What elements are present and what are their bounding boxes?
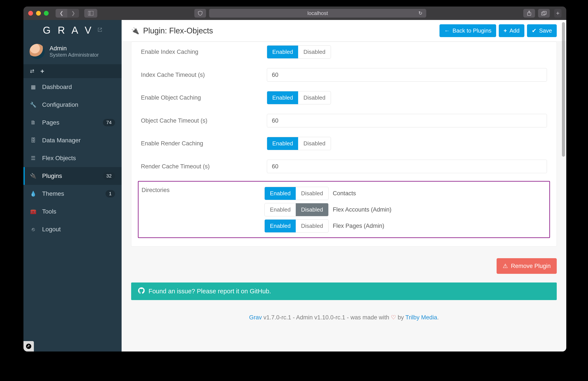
- grid-icon: ▦: [30, 84, 37, 90]
- toggle-directory-accounts[interactable]: Enabled Disabled: [264, 203, 329, 216]
- profile[interactable]: Admin System Administrator: [23, 40, 122, 64]
- shield-icon: [198, 11, 203, 16]
- sidebar-item-flex-objects[interactable]: ☰ Flex Objects: [23, 149, 122, 167]
- nav-label: Configuration: [42, 101, 78, 108]
- btn-label: Save: [539, 27, 552, 34]
- toggle-on[interactable]: Enabled: [267, 46, 298, 58]
- sidebar-item-configuration[interactable]: 🔧 Configuration: [23, 96, 122, 114]
- footer-versions: v1.7.0-rc.1 - Admin v1.10.0-rc.1 - was m…: [262, 314, 391, 321]
- toggle-on[interactable]: Enabled: [267, 137, 298, 150]
- user-role: System Administrator: [49, 52, 99, 58]
- shuffle-icon[interactable]: ⇄: [30, 68, 34, 74]
- add-button[interactable]: + Add: [499, 24, 524, 37]
- toggle-directory-contacts[interactable]: Enabled Disabled: [264, 187, 329, 200]
- show-sidebar-button[interactable]: [84, 9, 97, 18]
- sidebar-item-plugins[interactable]: 🔌 Plugins 32: [23, 167, 122, 185]
- grav-admin-app: G R A V Admin System Administrator ⇄ + ▦: [23, 20, 566, 351]
- brand[interactable]: G R A V: [23, 20, 122, 40]
- plug-icon: 🔌: [131, 27, 139, 35]
- browser-window: ❮ ❯ localhost ↻ + G R A V: [23, 6, 566, 351]
- sidebar-item-themes[interactable]: 💧 Themes 1: [23, 185, 122, 203]
- plus-icon[interactable]: +: [40, 67, 44, 75]
- show-tabs-button[interactable]: [538, 9, 550, 18]
- privacy-report-button[interactable]: [194, 9, 206, 18]
- browser-back-button[interactable]: ❮: [56, 9, 67, 18]
- footer-period: .: [437, 314, 439, 321]
- minimize-window-button[interactable]: [36, 11, 41, 16]
- vertical-scrollbar[interactable]: [562, 22, 565, 349]
- toggle-on[interactable]: Enabled: [265, 203, 296, 216]
- browser-url-bar[interactable]: localhost ↻: [209, 9, 426, 18]
- browser-forward-button[interactable]: ❯: [67, 9, 79, 18]
- toggle-off[interactable]: Disabled: [298, 46, 331, 58]
- svg-rect-0: [88, 11, 93, 15]
- back-to-plugins-button[interactable]: ← Back to Plugins: [440, 24, 496, 37]
- sidebar: G R A V Admin System Administrator ⇄ + ▦: [23, 20, 122, 351]
- toggle-off[interactable]: Disabled: [296, 220, 328, 232]
- sidebar-item-logout[interactable]: ⎋ Logout: [23, 221, 122, 238]
- svg-rect-3: [542, 12, 545, 15]
- main: 🔌 Plugin: Flex-Objects ← Back to Plugins…: [122, 20, 566, 351]
- label-index-cache-timeout: Index Cache Timeout (s): [141, 72, 258, 78]
- nav-label: Flex Objects: [42, 155, 76, 162]
- topbar: 🔌 Plugin: Flex-Objects ← Back to Plugins…: [122, 20, 566, 42]
- footer-by: by: [396, 314, 405, 321]
- toggle-directory-pages[interactable]: Enabled Disabled: [264, 219, 329, 233]
- check-icon: ✔: [532, 27, 537, 34]
- directories-highlight: Directories Enabled Disabled Contacts: [138, 181, 550, 238]
- footer-trilby-link[interactable]: Trilby Media: [405, 314, 437, 321]
- heart-icon: ♡: [391, 314, 396, 321]
- toggle-on[interactable]: Enabled: [265, 220, 296, 232]
- github-issue-bar[interactable]: Found an issue? Please report it on GitH…: [131, 282, 557, 300]
- file-icon: 🗎: [30, 120, 37, 126]
- toggle-enable-index-caching[interactable]: Enabled Disabled: [267, 45, 331, 59]
- toggle-enable-render-caching[interactable]: Enabled Disabled: [267, 137, 331, 150]
- label-enable-render-caching: Enable Render Caching: [141, 140, 258, 147]
- remove-plugin-button[interactable]: ⚠ Remove Plugin: [497, 258, 557, 274]
- footer: Grav v1.7.0-rc.1 - Admin v1.10.0-rc.1 - …: [122, 314, 566, 330]
- database-icon: 🗄: [30, 137, 37, 143]
- toggle-on[interactable]: Enabled: [267, 91, 298, 104]
- toggle-off[interactable]: Disabled: [296, 187, 328, 200]
- toggle-enable-object-caching[interactable]: Enabled Disabled: [267, 91, 331, 104]
- arrow-left-icon: ←: [444, 27, 450, 34]
- sidebar-item-data-manager[interactable]: 🗄 Data Manager: [23, 131, 122, 149]
- input-render-cache-timeout[interactable]: [267, 160, 547, 173]
- scrollbar-thumb[interactable]: [562, 22, 565, 157]
- plugins-badge: 32: [103, 172, 115, 180]
- close-window-button[interactable]: [28, 11, 33, 16]
- toggle-off[interactable]: Disabled: [296, 203, 328, 216]
- zoom-window-button[interactable]: [44, 11, 49, 16]
- save-button[interactable]: ✔ Save: [527, 24, 557, 37]
- label-render-cache-timeout: Render Cache Timeout (s): [141, 163, 258, 170]
- toggle-off[interactable]: Disabled: [298, 137, 331, 150]
- nav-label: Themes: [42, 190, 64, 197]
- nav-back-forward: ❮ ❯: [56, 9, 79, 18]
- nav-label: Tools: [42, 208, 56, 215]
- debug-badge[interactable]: [23, 341, 34, 351]
- new-tab-button[interactable]: +: [554, 9, 562, 18]
- footer-grav-link[interactable]: Grav: [249, 314, 262, 321]
- plugin-settings-panel: Enable Index Caching Enabled Disabled In…: [131, 42, 557, 246]
- share-icon: [527, 11, 531, 16]
- label-directories: Directories: [142, 187, 256, 194]
- user-name: Admin: [49, 45, 99, 52]
- brand-text: G R A V: [43, 24, 94, 36]
- btn-label: Remove Plugin: [511, 263, 551, 269]
- toggle-off[interactable]: Disabled: [298, 91, 331, 104]
- sidebar-item-pages[interactable]: 🗎 Pages 74: [23, 114, 122, 131]
- share-button[interactable]: [523, 9, 535, 18]
- warning-icon: ⚠: [503, 262, 508, 269]
- nav-label: Plugins: [42, 173, 62, 180]
- directory-label: Contacts: [333, 190, 356, 197]
- directory-row-contacts: Enabled Disabled Contacts: [264, 187, 546, 200]
- avatar: [30, 44, 45, 59]
- title-text: Plugin: Flex-Objects: [143, 26, 213, 35]
- toggle-on[interactable]: Enabled: [265, 187, 296, 200]
- sidebar-item-tools[interactable]: 🧰 Tools: [23, 203, 122, 221]
- directories-list: Enabled Disabled Contacts Enabled Disabl…: [264, 187, 546, 233]
- reload-icon[interactable]: ↻: [419, 11, 422, 16]
- input-index-cache-timeout[interactable]: [267, 68, 547, 81]
- input-object-cache-timeout[interactable]: [267, 114, 547, 127]
- sidebar-item-dashboard[interactable]: ▦ Dashboard: [23, 78, 122, 96]
